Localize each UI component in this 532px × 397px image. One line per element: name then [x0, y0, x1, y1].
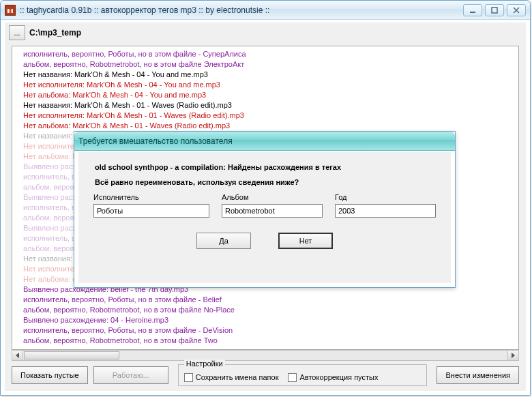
modal-titlebar[interactable]: Требуется вмешательство пользователя — [74, 132, 455, 151]
yes-button[interactable]: Да — [196, 233, 251, 249]
show-empty-label: Показать пустые — [20, 371, 79, 379]
maximize-button[interactable] — [485, 4, 504, 16]
log-line: Нет названия: Mark'Oh & Mesh - 01 - Wave… — [16, 100, 514, 111]
log-line: альбом, вероятно, Robotmetrobot, но в эт… — [16, 59, 514, 70]
log-line: альбом, вероятно, Robotmetrobot, но в эт… — [16, 305, 514, 315]
svg-rect-1 — [492, 8, 497, 13]
no-button[interactable]: Нет — [278, 233, 333, 249]
modal-buttons: Да Нет — [88, 233, 441, 249]
apply-changes-label: Внести изменения — [445, 371, 510, 379]
log-line: исполнитель, вероятно, Роботы, но в этом… — [16, 295, 514, 305]
artist-field: Исполнитель — [93, 193, 209, 218]
log-line: Нет исполнителя: Mark'Oh & Mesh - 04 - Y… — [16, 80, 514, 90]
album-field: Альбом — [222, 193, 323, 218]
window-buttons — [463, 4, 526, 16]
checkbox-icon — [288, 373, 297, 382]
modal-dialog: Требуется вмешательство пользователя old… — [74, 131, 456, 288]
log-line: Нет исполнителя: Mark'Oh & Mesh - 01 - W… — [16, 111, 514, 121]
artist-input[interactable] — [93, 204, 209, 218]
modal-heading-2: Всё равно переименовать, используя сведе… — [95, 178, 441, 186]
modal-title: Требуется вмешательство пользователя — [78, 136, 451, 146]
scroll-thumb[interactable] — [24, 351, 119, 359]
artist-label: Исполнитель — [93, 193, 209, 201]
log-line: Выявлено расхождение: 04 - Heroine.mp3 — [16, 315, 514, 325]
log-line: исполнитель, вероятно, Роботы, но в этом… — [16, 49, 514, 59]
ellipsis-icon: ... — [14, 29, 20, 37]
log-line: Нет альбома: Mark'Oh & Mesh - 04 - You a… — [16, 90, 514, 100]
minimize-button[interactable] — [463, 4, 482, 16]
modal-fields: Исполнитель Альбом Год — [88, 193, 441, 218]
album-label: Альбом — [222, 193, 323, 201]
log-line: исполнитель, вероятно, Роботы, но в этом… — [16, 325, 514, 336]
log-line: Нет альбома: Mark'Oh & Mesh - 01 - Waves… — [16, 121, 514, 131]
close-button[interactable] — [507, 4, 526, 16]
settings-group: Настройки Сохранить имена папок Автокорр… — [178, 364, 428, 386]
apply-changes-button[interactable]: Внести изменения — [437, 366, 519, 384]
log-line: альбом, вероятно, Robotmetrobot, но в эт… — [16, 336, 514, 346]
autocorrect-empty-checkbox[interactable]: Автокоррекция пустых — [288, 373, 378, 382]
keep-folder-names-checkbox[interactable]: Сохранить имена папок — [184, 373, 279, 382]
current-path: C:\mp3_temp — [29, 28, 81, 38]
year-input[interactable] — [335, 204, 436, 218]
main-titlebar[interactable]: :: taghycardia 0.91b :: автокорректор те… — [1, 1, 530, 20]
show-empty-button[interactable]: Показать пустые — [12, 366, 88, 384]
working-button: Работаю... — [93, 366, 168, 384]
bottom-toolbar: Показать пустые Работаю... Настройки Сох… — [12, 364, 519, 387]
yes-label: Да — [219, 237, 228, 245]
scroll-left-button[interactable] — [12, 351, 23, 360]
no-label: Нет — [299, 237, 312, 245]
settings-legend: Настройки — [184, 359, 225, 368]
path-row: ... C:\mp3_temp — [5, 23, 526, 44]
horizontal-scrollbar[interactable] — [12, 350, 519, 361]
chevron-left-icon — [16, 353, 19, 358]
album-input[interactable] — [222, 204, 323, 218]
app-icon — [5, 5, 16, 16]
checkbox-icon — [184, 373, 193, 382]
modal-body: old school synthpop - a compilation: Най… — [78, 152, 451, 283]
log-line: Нет названия: Mark'Oh & Mesh - 04 - You … — [16, 70, 514, 80]
window-title: :: taghycardia 0.91b :: автокорректор те… — [20, 5, 463, 15]
keep-folder-names-label: Сохранить имена папок — [196, 373, 279, 381]
scroll-right-button[interactable] — [507, 351, 518, 360]
year-label: Год — [335, 193, 436, 201]
working-label: Работаю... — [113, 371, 149, 379]
scroll-track[interactable] — [120, 351, 507, 360]
svg-rect-0 — [470, 12, 475, 13]
modal-heading-1: old school synthpop - a compilation: Най… — [95, 163, 441, 171]
chevron-right-icon — [512, 353, 515, 358]
year-field: Год — [335, 193, 436, 218]
autocorrect-empty-label: Автокоррекция пустых — [299, 373, 378, 381]
browse-folder-button[interactable]: ... — [9, 25, 25, 40]
